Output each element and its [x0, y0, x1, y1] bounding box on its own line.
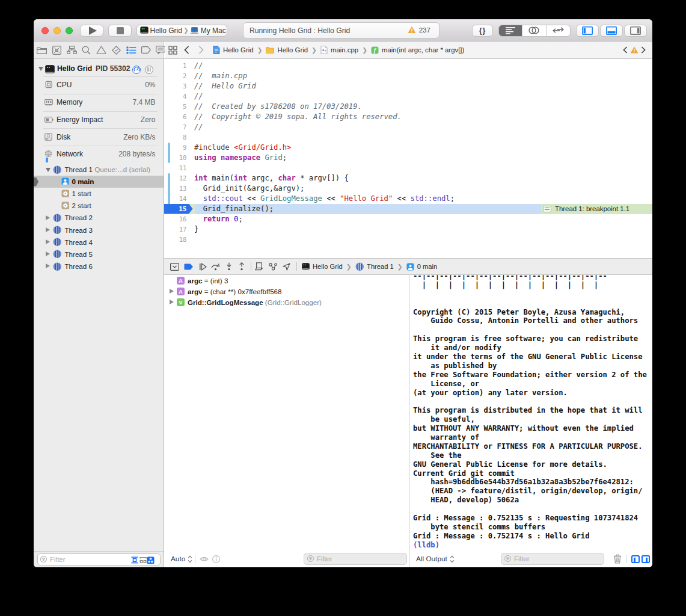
hide-debug-area-button[interactable]	[168, 259, 180, 274]
variables-filter-field[interactable]: Filter	[304, 553, 407, 565]
gauge-circle-button[interactable]	[132, 66, 141, 74]
code-line-6[interactable]: 6// Copyright © 2019 sopa. All rights re…	[164, 112, 652, 122]
code-line-1[interactable]: 1//	[164, 61, 652, 71]
code-line-11[interactable]: 11	[164, 163, 652, 173]
back-button[interactable]	[184, 42, 189, 58]
toggle-navigator-button[interactable]	[576, 25, 599, 37]
debug-navigator-tab[interactable]	[124, 42, 138, 58]
disclosure-triangle-icon[interactable]	[46, 263, 50, 268]
memory-graph-button[interactable]	[267, 259, 279, 274]
line-number[interactable]: 14	[164, 194, 187, 204]
breakpoints-toggle-button[interactable]	[183, 259, 195, 274]
test-navigator-tab[interactable]	[109, 42, 123, 58]
warning-count[interactable]: 237	[419, 26, 430, 34]
assistant-editor-button[interactable]	[522, 25, 546, 36]
disclosure-triangle-icon[interactable]	[46, 227, 50, 232]
toggle-inspector-button[interactable]	[624, 25, 647, 37]
thread-row-3[interactable]: Thread 3	[34, 224, 164, 236]
debug-jump-item-2[interactable]: Thread 1	[355, 262, 394, 271]
stack-frame-row-1-start[interactable]: 1 start	[34, 188, 164, 200]
disclosure-triangle-icon[interactable]	[170, 289, 174, 294]
gauge-row-energy-impact[interactable]: Energy ImpactZero	[34, 111, 164, 128]
zoom-button[interactable]	[66, 27, 73, 34]
version-editor-button[interactable]	[547, 25, 570, 36]
thread-row-2[interactable]: Thread 2	[34, 212, 164, 224]
code-line-14[interactable]: 14 std::cout << GridLogMessage << "Hello…	[164, 194, 652, 204]
view-hierarchy-button[interactable]	[253, 259, 265, 274]
line-number[interactable]: 3	[164, 81, 187, 91]
variable-row-Grid-GridLogMessage[interactable]: VGrid::GridLogMessage (Grid::GridLogger)	[164, 297, 409, 307]
gauge-row-network[interactable]: Network208 bytes/s	[34, 145, 164, 162]
trash-icon[interactable]	[613, 554, 622, 564]
stack-frame-row-0-main[interactable]: 0 main	[34, 176, 164, 188]
source-editor[interactable]: 1//2// main.cpp3// Hello Grid4//5// Crea…	[164, 59, 652, 258]
step-over-button[interactable]	[210, 259, 222, 274]
flatten-toggle-icon[interactable]	[131, 556, 138, 564]
toggle-debug-area-button[interactable]	[600, 25, 623, 37]
issue-navigator-tab[interactable]	[95, 42, 108, 58]
code-line-13[interactable]: 13 Grid_init(&argc,&argv);	[164, 183, 652, 194]
line-number[interactable]: 6	[164, 112, 187, 122]
info-icon[interactable]	[212, 555, 220, 563]
console-output[interactable]: --|--|--|--|--|--|--|--|--|--|--|--|--|-…	[409, 275, 652, 551]
line-number[interactable]: 7	[164, 122, 187, 132]
scheme-selector[interactable]: Hello Grid ❯ My Mac	[136, 25, 227, 37]
minimize-button[interactable]	[54, 27, 61, 34]
thread-row-5[interactable]: Thread 5	[34, 248, 164, 260]
standard-editor-button[interactable]	[499, 25, 522, 36]
process-row[interactable]: Hello Grid PID 55302	[34, 63, 164, 76]
debug-jump-item-1[interactable]: Hello Grid	[302, 263, 343, 270]
console-scope-selector[interactable]: All Output	[416, 555, 455, 563]
breadcrumb-item-3[interactable]: main.cpp	[320, 46, 358, 54]
thread-row-1[interactable]: Thread 1 Queue:...d (serial)	[34, 164, 164, 176]
breakpoint-chip-icon[interactable]	[543, 206, 551, 212]
close-button[interactable]	[41, 27, 49, 34]
code-line-10[interactable]: 10using namespace Grid;	[164, 153, 652, 163]
code-line-12[interactable]: 12int main(int argc, char * argv[]) {	[164, 173, 652, 183]
disclosure-triangle-icon[interactable]	[46, 215, 50, 220]
gauge-row-disk[interactable]: DiskZero KB/s	[34, 128, 164, 146]
crashed-only-toggle-icon[interactable]	[147, 556, 155, 564]
line-number[interactable]: 18	[164, 235, 187, 245]
variables-scope-selector[interactable]: Auto	[171, 555, 192, 563]
breadcrumb-item-4[interactable]: fmain(int argc, char * argv[])	[371, 46, 464, 54]
issue-badge[interactable]	[630, 42, 639, 58]
line-number[interactable]: 8	[164, 132, 187, 143]
code-line-4[interactable]: 4//	[164, 91, 652, 102]
line-number[interactable]: 4	[164, 91, 187, 102]
simulate-location-button[interactable]	[280, 259, 292, 274]
step-out-button[interactable]	[236, 259, 248, 274]
gauge-row-cpu[interactable]: CPU0%	[34, 76, 164, 93]
variables-view-toggle[interactable]	[631, 555, 640, 563]
run-button[interactable]	[80, 25, 103, 37]
disclosure-triangle-icon[interactable]	[46, 168, 51, 172]
frames-with-symbols-toggle-icon[interactable]	[139, 556, 147, 564]
code-snippet-button[interactable]: {}	[472, 25, 493, 37]
continue-button[interactable]	[197, 259, 209, 274]
line-number[interactable]: 5	[164, 102, 187, 112]
line-number[interactable]: 10	[164, 153, 187, 163]
code-line-3[interactable]: 3// Hello Grid	[164, 81, 652, 91]
project-navigator-tab[interactable]	[35, 42, 48, 58]
variable-row-argv[interactable]: Aargv = (char **) 0x7ffeefbff568	[164, 286, 409, 297]
code-line-15[interactable]: Thread 1: breakpoint 1.115 Grid_finalize…	[164, 204, 652, 214]
code-line-5[interactable]: 5// Created by s1786208 on 17/03/2019.	[164, 102, 652, 112]
lldb-prompt[interactable]: (lldb)	[413, 541, 647, 550]
gauge-row-memory[interactable]: Memory7.4 MB	[34, 93, 164, 111]
code-line-18[interactable]: 18	[164, 235, 652, 245]
code-line-7[interactable]: 7//	[164, 122, 652, 132]
debug-jump-item-3[interactable]: 0 main	[406, 263, 438, 271]
line-number[interactable]: 9	[164, 143, 187, 153]
disclosure-triangle-icon[interactable]	[170, 300, 174, 304]
step-into-button[interactable]	[223, 259, 235, 274]
console-filter-field[interactable]: Filter	[501, 553, 604, 565]
breadcrumb-item-2[interactable]: Hello Grid	[266, 46, 308, 54]
thread-row-6[interactable]: Thread 6	[34, 260, 164, 273]
next-issue-button[interactable]	[641, 42, 646, 58]
code-line-17[interactable]: 17}	[164, 224, 652, 235]
source-control-navigator-tab[interactable]	[50, 42, 63, 58]
eye-icon[interactable]	[200, 555, 209, 563]
find-navigator-tab[interactable]	[80, 42, 93, 58]
code-line-8[interactable]: 8	[164, 132, 652, 143]
disclosure-triangle-icon[interactable]	[38, 67, 43, 71]
